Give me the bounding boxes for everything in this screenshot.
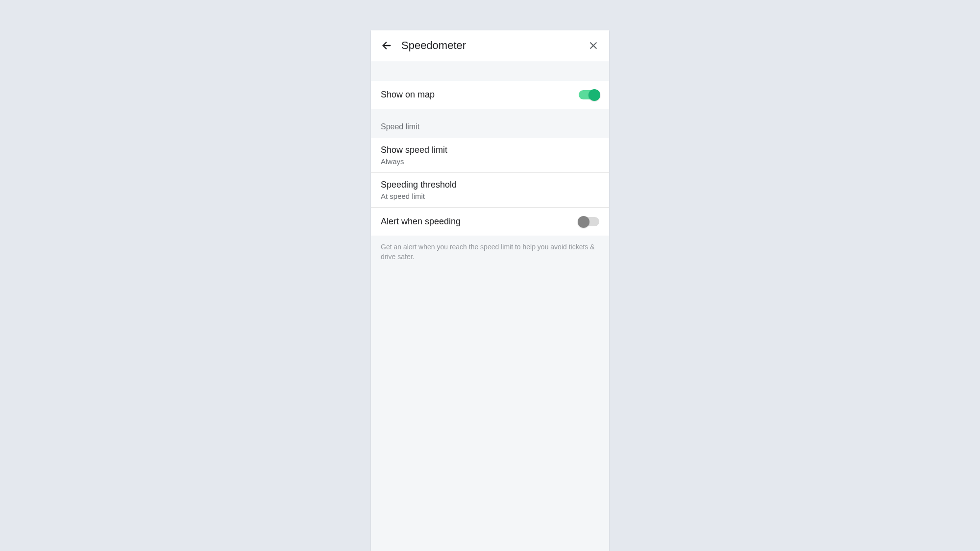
- speeding-threshold-value: At speed limit: [381, 192, 599, 200]
- alert-when-speeding-row: Alert when speeding: [371, 208, 609, 236]
- header-bar: Speedometer: [371, 30, 609, 61]
- show-speed-limit-value: Always: [381, 157, 599, 166]
- alert-when-speeding-label: Alert when speeding: [381, 216, 461, 227]
- back-button[interactable]: [381, 40, 392, 51]
- spacer: [371, 61, 609, 81]
- alert-when-speeding-toggle[interactable]: [579, 217, 599, 226]
- speeding-threshold-item[interactable]: Speeding threshold At speed limit: [371, 173, 609, 208]
- toggle-knob: [588, 89, 600, 101]
- arrow-left-icon: [381, 40, 392, 51]
- toggle-knob: [578, 216, 589, 228]
- speeding-threshold-title: Speeding threshold: [381, 180, 599, 190]
- show-on-map-row: Show on map: [371, 81, 609, 109]
- show-on-map-label: Show on map: [381, 90, 435, 100]
- show-on-map-toggle[interactable]: [579, 90, 599, 99]
- speed-limit-section-header: Speed limit: [371, 109, 609, 138]
- show-speed-limit-title: Show speed limit: [381, 145, 599, 155]
- footer-help-text: Get an alert when you reach the speed li…: [371, 236, 609, 268]
- show-speed-limit-item[interactable]: Show speed limit Always: [371, 138, 609, 173]
- close-icon: [588, 41, 598, 50]
- close-button[interactable]: [588, 40, 599, 51]
- page-title: Speedometer: [401, 39, 588, 52]
- speedometer-settings-panel: Speedometer Show on map Speed limit Show…: [371, 30, 609, 551]
